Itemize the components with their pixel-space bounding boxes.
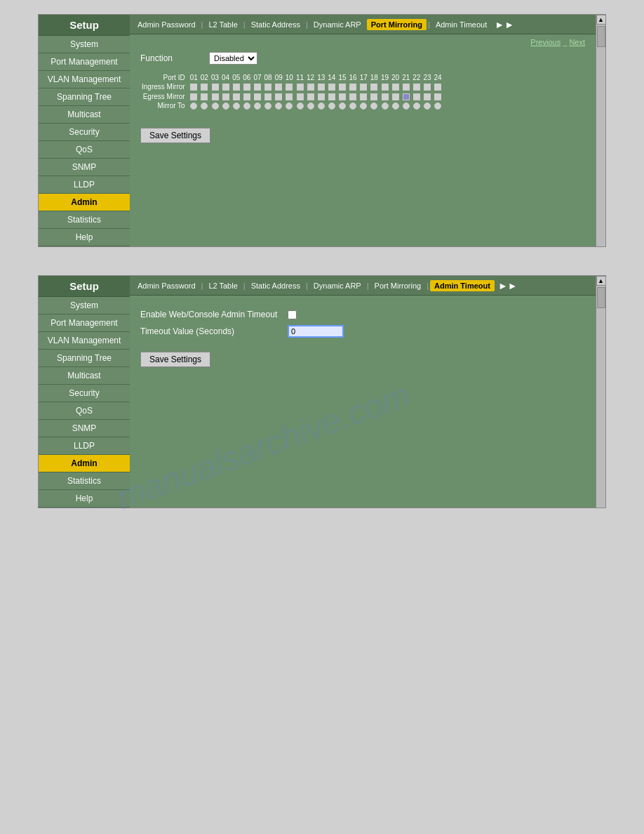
mirrorto-rb-5[interactable] [233, 102, 240, 110]
sidebar-item-help-2[interactable]: Help [39, 490, 130, 508]
sidebar-item-vlan-1[interactable]: VLAN Management [39, 71, 130, 88]
mirrorto-rb-15[interactable] [339, 102, 346, 110]
mirrorto-rb-19[interactable] [382, 102, 389, 110]
mirrorto-rb-12[interactable] [307, 102, 314, 110]
tab-admin-timeout-1[interactable]: Admin Timeout [431, 19, 491, 30]
ingress-cb-18[interactable] [370, 84, 377, 91]
ingress-cb-1[interactable] [190, 84, 197, 91]
ingress-cb-2[interactable] [201, 84, 208, 91]
ingress-cb-24[interactable] [434, 84, 441, 91]
egress-cb-4[interactable] [222, 93, 229, 100]
scroll-up-btn-1[interactable]: ▲ [596, 15, 606, 25]
ingress-cb-3[interactable] [212, 84, 219, 91]
mirrorto-rb-13[interactable] [318, 102, 325, 110]
ingress-cb-22[interactable] [413, 84, 420, 91]
sidebar-item-system-1[interactable]: System [39, 36, 130, 53]
mirrorto-rb-2[interactable] [201, 102, 208, 110]
ingress-cb-5[interactable] [233, 84, 240, 91]
egress-cb-15[interactable] [339, 93, 346, 100]
egress-cb-17[interactable] [360, 93, 367, 100]
sidebar-item-admin-2[interactable]: Admin [39, 455, 130, 472]
ingress-cb-10[interactable] [286, 84, 293, 91]
egress-cb-5[interactable] [233, 93, 240, 100]
sidebar-item-multicast-1[interactable]: Multicast [39, 106, 130, 124]
egress-cb-1[interactable] [190, 93, 197, 100]
sidebar-item-snmp-1[interactable]: SNMP [39, 159, 130, 176]
egress-cb-3[interactable] [212, 93, 219, 100]
save-settings-btn-2[interactable]: Save Settings [140, 352, 210, 367]
mirrorto-rb-9[interactable] [275, 102, 282, 110]
tab-admin-timeout-2[interactable]: Admin Timeout [430, 280, 495, 291]
mirrorto-rb-1[interactable] [190, 102, 197, 110]
mirrorto-rb-18[interactable] [370, 102, 377, 110]
mirrorto-rb-10[interactable] [286, 102, 293, 110]
ingress-cb-19[interactable] [382, 84, 389, 91]
tab-dynamic-arp-2[interactable]: Dynamic ARP [309, 280, 365, 291]
mirrorto-rb-3[interactable] [212, 102, 219, 110]
sidebar-item-help-1[interactable]: Help [39, 229, 130, 246]
egress-cb-14[interactable] [328, 93, 335, 100]
tab-nav-next-2[interactable]: ►► [496, 280, 520, 291]
tab-admin-password-1[interactable]: Admin Password [133, 19, 200, 30]
egress-cb-11[interactable] [297, 93, 304, 100]
mirrorto-rb-16[interactable] [349, 102, 356, 110]
egress-cb-18[interactable] [370, 93, 377, 100]
egress-cb-16[interactable] [349, 93, 356, 100]
tab-static-address-2[interactable]: Static Address [247, 280, 304, 291]
sidebar-item-portmgmt-1[interactable]: Port Management [39, 53, 130, 71]
ingress-cb-15[interactable] [339, 84, 346, 91]
ingress-cb-9[interactable] [275, 84, 282, 91]
tab-static-address-1[interactable]: Static Address [247, 19, 304, 30]
sidebar-item-security-1[interactable]: Security [39, 124, 130, 141]
egress-cb-13[interactable] [318, 93, 325, 100]
egress-cb-24[interactable] [434, 93, 441, 100]
mirrorto-rb-20[interactable] [392, 102, 399, 110]
ingress-cb-12[interactable] [307, 84, 314, 91]
egress-cb-6[interactable] [243, 93, 250, 100]
egress-cb-21[interactable] [403, 93, 410, 100]
mirrorto-rb-17[interactable] [360, 102, 367, 110]
mirrorto-rb-4[interactable] [222, 102, 229, 110]
sidebar-item-spanning-2[interactable]: Spanning Tree [39, 350, 130, 367]
tab-nav-next-1[interactable]: ►► [492, 19, 516, 30]
egress-cb-2[interactable] [201, 93, 208, 100]
mirrorto-rb-14[interactable] [328, 102, 335, 110]
sidebar-item-snmp-2[interactable]: SNMP [39, 420, 130, 437]
sidebar-item-lldp-2[interactable]: LLDP [39, 437, 130, 455]
timeout-value-input[interactable] [288, 325, 344, 338]
save-settings-btn-1[interactable]: Save Settings [140, 128, 210, 143]
sidebar-item-qos-1[interactable]: QoS [39, 141, 130, 159]
ingress-cb-8[interactable] [264, 84, 271, 91]
egress-cb-9[interactable] [275, 93, 282, 100]
mirrorto-rb-7[interactable] [254, 102, 261, 110]
ingress-cb-11[interactable] [297, 84, 304, 91]
ingress-cb-23[interactable] [424, 84, 431, 91]
sidebar-item-statistics-2[interactable]: Statistics [39, 472, 130, 490]
next-link-1[interactable]: Next [569, 38, 585, 46]
mirrorto-rb-6[interactable] [243, 102, 250, 110]
mirrorto-rb-21[interactable] [403, 102, 410, 110]
egress-cb-12[interactable] [307, 93, 314, 100]
egress-cb-10[interactable] [286, 93, 293, 100]
egress-cb-7[interactable] [254, 93, 261, 100]
function-select[interactable]: Disabled Enabled [209, 52, 257, 65]
scroll-thumb-2[interactable] [597, 287, 605, 308]
scroll-up-btn-2[interactable]: ▲ [596, 276, 606, 286]
tab-port-mirroring-1[interactable]: Port Mirroring [367, 19, 427, 30]
sidebar-item-lldp-1[interactable]: LLDP [39, 176, 130, 194]
sidebar-item-admin-1[interactable]: Admin [39, 194, 130, 211]
tab-l2table-2[interactable]: L2 Table [204, 280, 241, 291]
egress-cb-20[interactable] [392, 93, 399, 100]
ingress-cb-6[interactable] [243, 84, 250, 91]
sidebar-item-system-2[interactable]: System [39, 297, 130, 315]
ingress-cb-4[interactable] [222, 84, 229, 91]
ingress-cb-16[interactable] [349, 84, 356, 91]
tab-port-mirroring-2[interactable]: Port Mirroring [370, 280, 426, 291]
mirrorto-rb-8[interactable] [264, 102, 271, 110]
previous-link-1[interactable]: Previous [530, 38, 561, 46]
mirrorto-rb-24[interactable] [434, 102, 441, 110]
egress-cb-8[interactable] [264, 93, 271, 100]
sidebar-item-spanning-1[interactable]: Spanning Tree [39, 88, 130, 106]
enable-timeout-checkbox[interactable] [288, 310, 297, 319]
tab-admin-password-2[interactable]: Admin Password [133, 280, 200, 291]
